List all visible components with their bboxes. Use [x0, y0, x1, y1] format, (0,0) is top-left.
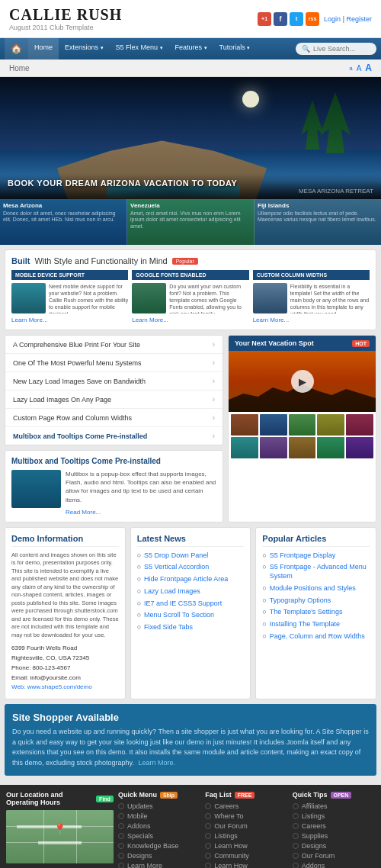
vacation-thumb-7[interactable]: [260, 437, 287, 458]
popular-item-4[interactable]: ○ The Template's Settings: [262, 608, 370, 617]
news-item-5[interactable]: ○ Menu Scroll To Section: [137, 611, 245, 620]
vacation-thumb-3[interactable]: [289, 414, 316, 436]
search-input[interactable]: [313, 45, 370, 53]
quick-menu-link-3[interactable]: Specials: [118, 832, 200, 840]
twitter-icon[interactable]: t: [290, 12, 303, 26]
popular-item-2[interactable]: ○ Module Positions and Styles: [262, 584, 370, 593]
blueprint-arrow-5: ›: [213, 432, 215, 440]
feature-fonts-learn-more[interactable]: Learn More...: [132, 317, 248, 323]
popular-item-0[interactable]: ○ S5 Frontpage Display: [262, 551, 370, 561]
main-nav: 🏠 Home Extensions ▾ S5 Flex Menu ▾ Featu…: [0, 38, 381, 59]
shopper-learn-more[interactable]: Learn More.: [138, 759, 175, 767]
site-logo-name: CALLIE RUSH: [9, 6, 122, 24]
news-item-3[interactable]: ○ Lazy Load Images: [137, 587, 245, 596]
nav-item-features[interactable]: Features ▾: [169, 38, 213, 59]
rss-icon[interactable]: rss: [306, 12, 319, 26]
quick-menu-link-1[interactable]: Mobile: [118, 812, 200, 820]
faq-link-6[interactable]: Learn How: [205, 862, 287, 868]
nav-item-extensions[interactable]: Extensions ▾: [59, 38, 110, 59]
feature-mobile-learn-more[interactable]: Learn More...: [11, 317, 128, 323]
popular-item-6[interactable]: ○ Page, Column and Row Widths: [262, 632, 370, 641]
popular-item-3[interactable]: ○ Typography Options: [262, 596, 370, 606]
hero-thumb-1[interactable]: Mesa Arizona Donec dolor sit amet, onec …: [0, 199, 127, 245]
popular-text-4: The Template's Settings: [270, 608, 343, 617]
quick-menu-text-2: Addons: [127, 822, 151, 830]
vacation-main-img[interactable]: ▶: [229, 351, 376, 412]
news-item-4[interactable]: ○ IE7 and IE CSS3 Support: [137, 600, 245, 609]
popular-text-0: S5 Frontpage Display: [270, 551, 336, 561]
faq-link-3[interactable]: Listings: [205, 832, 287, 840]
vacation-thumb-5[interactable]: [346, 414, 373, 436]
hero-moon: [242, 91, 259, 108]
vacation-thumb-9[interactable]: [317, 437, 344, 458]
nav-item-home[interactable]: Home: [28, 38, 59, 59]
gplus-icon[interactable]: +1: [258, 12, 271, 26]
news-item-0[interactable]: ○ S5 Drop Down Panel: [137, 551, 245, 561]
vacation-thumb-6[interactable]: [231, 437, 258, 458]
nav-item-flex-menu[interactable]: S5 Flex Menu ▾: [110, 38, 169, 59]
nav-home-icon[interactable]: 🏠: [5, 38, 28, 59]
feature-fonts-header: GOOGLE FONTS ENABLED: [132, 270, 248, 280]
play-button[interactable]: ▶: [291, 370, 314, 393]
text-size-small[interactable]: a: [349, 65, 352, 72]
vacation-thumb-2[interactable]: [260, 414, 287, 436]
feature-mobile-img: [11, 283, 46, 313]
login-link[interactable]: Login: [324, 15, 341, 23]
vacation-thumb-4[interactable]: [317, 414, 344, 436]
news-item-1[interactable]: ○ S5 Vertical Accordion: [137, 563, 245, 572]
news-item-2[interactable]: ○ Hide Frontpage Article Area: [137, 575, 245, 584]
blueprint-text-0: A Comprehensive Blue Print For Your Site: [13, 341, 140, 349]
tips-link-4[interactable]: Designs: [293, 842, 375, 850]
vacation-thumb-8[interactable]: [289, 437, 316, 458]
blueprint-item-1[interactable]: One Of The Most Powerful Menu Systems ›: [5, 354, 223, 372]
text-size-medium[interactable]: A: [357, 64, 362, 72]
footer-map: 📍: [6, 810, 114, 863]
vacation-thumb-1[interactable]: [231, 414, 258, 436]
quick-menu-link-6[interactable]: Learn More: [118, 862, 200, 868]
vacation-thumb-10[interactable]: [346, 437, 373, 458]
quick-menu-link-5[interactable]: Designs: [118, 852, 200, 860]
faq-link-5[interactable]: Community: [205, 852, 287, 860]
three-col-info: Demo Information All content and images …: [5, 527, 376, 699]
tips-link-6[interactable]: Addons: [293, 862, 375, 868]
blueprint-item-2[interactable]: New Lazy Load Images Save on Bandwidth ›: [5, 372, 223, 391]
feature-columns-learn-more[interactable]: Learn More...: [253, 317, 370, 323]
register-link[interactable]: Register: [346, 15, 372, 23]
faq-link-4[interactable]: Learn How: [205, 842, 287, 850]
quick-menu-text-3: Specials: [127, 832, 153, 840]
popular-item-1[interactable]: ○ S5 Frontpage - Advanced Menu System: [262, 563, 370, 580]
hero-thumb-2[interactable]: Venezuela Amet, orci amet nisi. Vivs mus…: [127, 199, 255, 245]
quick-menu-link-4[interactable]: Knowledge Base: [118, 842, 200, 850]
blueprint-item-3[interactable]: Lazy Load Images On Any Page ›: [5, 391, 223, 409]
tips-link-0[interactable]: Affiliates: [293, 802, 375, 810]
popular-dot-3: ○: [262, 596, 266, 604]
news-item-6[interactable]: ○ Fixed Side Tabs: [137, 623, 245, 632]
multibox-title: Multibox and Tooltips Come Pre-installed: [11, 457, 216, 465]
multibox-img: [11, 470, 61, 508]
nav-items: 🏠 Home Extensions ▾ S5 Flex Menu ▾ Featu…: [5, 38, 256, 59]
blueprint-item-0[interactable]: A Comprehensive Blue Print For Your Site…: [5, 336, 223, 354]
blueprint-item-4[interactable]: Custom Page Row and Column Widths ›: [5, 409, 223, 427]
tips-link-1[interactable]: Listings: [293, 812, 375, 820]
quick-menu-link-2[interactable]: Addons: [118, 822, 200, 830]
tips-link-5[interactable]: Our Forum: [293, 852, 375, 860]
read-more-link[interactable]: Read More...: [66, 509, 101, 516]
hero-thumb-3[interactable]: Fiji Islands Ullampcar odio facilisis le…: [255, 199, 381, 245]
blueprint-item-5[interactable]: Multibox and Tooltips Come Pre-installed…: [5, 427, 223, 445]
quick-menu-text-6: Learn More: [127, 862, 162, 868]
faq-link-0[interactable]: Careers: [205, 802, 287, 810]
popular-item-5[interactable]: ○ Installing The Template: [262, 620, 370, 629]
search-box[interactable]: 🔍: [296, 43, 376, 55]
news-dot-1: ○: [137, 563, 141, 571]
facebook-icon[interactable]: f: [274, 12, 287, 26]
built-title: Built With Style and Functionality in Mi…: [11, 256, 370, 265]
faq-link-2[interactable]: Our Forum: [205, 822, 287, 830]
tips-link-3[interactable]: Supplies: [293, 832, 375, 840]
quick-menu-link-0[interactable]: Updates: [118, 802, 200, 810]
hero-title: BOOK YOUR DREAM ARIZONA VACATION TO TODA…: [8, 178, 373, 188]
nav-item-tutorials[interactable]: Tutorials ▾: [213, 38, 257, 59]
faq-link-1[interactable]: Where To: [205, 812, 287, 820]
text-size-large[interactable]: A: [365, 63, 372, 73]
tips-link-2[interactable]: Careers: [293, 822, 375, 830]
popular-dot-1: ○: [262, 563, 266, 571]
